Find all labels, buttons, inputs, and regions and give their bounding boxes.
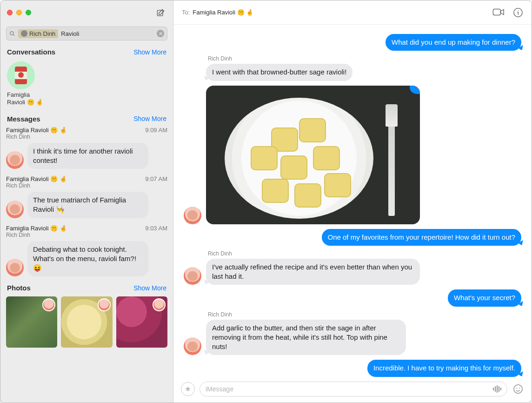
photos-row <box>0 294 173 354</box>
apps-button[interactable] <box>181 382 195 396</box>
titlebar <box>0 0 173 25</box>
message-bubble[interactable]: Incredible. I have to try making this fo… <box>367 360 521 376</box>
avatar <box>6 201 24 218</box>
can-icon <box>15 67 27 84</box>
to-value[interactable]: Famiglia Ravioli 🤫 🤞 <box>193 9 253 16</box>
result-time: 9:09 AM <box>145 127 167 134</box>
audio-message-button[interactable] <box>493 385 501 393</box>
compose-bar: iMessage <box>173 379 532 403</box>
zoom-window-button[interactable] <box>26 10 31 15</box>
svg-point-1 <box>10 31 13 34</box>
sidebar: Rich Dinh Ravioli ✕ Conversations Show M… <box>0 0 173 403</box>
search-token-label: Rich Dinh <box>29 30 55 37</box>
message-bubble[interactable]: What did you end up making for dinner? <box>386 34 521 51</box>
message-result[interactable]: Famiglia Ravioli 🤫 🤞 Rich Dinh 9:03 AM D… <box>0 223 173 282</box>
message-input[interactable]: iMessage <box>200 382 507 396</box>
incoming-message: Rich Dinh I've actually refined the reci… <box>184 250 521 285</box>
search-token[interactable]: Rich Dinh <box>18 29 58 38</box>
conversation-header: To: Famiglia Ravioli 🤫 🤞 <box>173 0 532 25</box>
sender-label: Rich Dinh <box>206 55 232 62</box>
incoming-photo-message: ♥ <box>184 86 521 224</box>
facetime-video-button[interactable] <box>492 7 505 18</box>
result-thread: Famiglia Ravioli 🤫 🤞 <box>6 175 67 182</box>
photos-title: Photos <box>7 284 31 292</box>
message-bubble[interactable]: Add garlic to the butter, and then stir … <box>206 320 406 356</box>
message-result[interactable]: Famiglia Ravioli 🤫 🤞 Rich Dinh 9:09 AM I… <box>0 125 173 174</box>
avatar <box>184 267 201 285</box>
conversations-header: Conversations Show More <box>0 45 173 58</box>
result-text: Debating what to cook tonight. What's on… <box>27 241 148 277</box>
compose-button[interactable] <box>154 7 166 19</box>
photo-attachment[interactable]: ♥ <box>206 86 420 224</box>
result-sender: Rich Dinh <box>6 182 67 189</box>
avatar <box>42 298 55 311</box>
avatar <box>98 298 111 311</box>
messages-window: Rich Dinh Ravioli ✕ Conversations Show M… <box>0 0 532 403</box>
result-sender: Rich Dinh <box>6 232 67 238</box>
conversation-avatar <box>7 61 35 89</box>
avatar <box>6 259 24 276</box>
sender-label: Rich Dinh <box>206 250 232 257</box>
conversation-pane: To: Famiglia Ravioli 🤫 🤞 What did you en… <box>173 0 532 403</box>
close-window-button[interactable] <box>7 10 13 15</box>
message-placeholder: iMessage <box>206 385 488 393</box>
conversation-result[interactable]: Famiglia Ravioli 🤫 🤞 <box>0 58 173 112</box>
message-result[interactable]: Famiglia Ravioli 🤫 🤞 Rich Dinh 9:07 AM T… <box>0 174 173 223</box>
search-field[interactable]: Rich Dinh Ravioli ✕ <box>6 27 167 40</box>
result-time: 9:03 AM <box>145 225 167 232</box>
message-bubble[interactable]: I've actually refined the recipe and it'… <box>206 259 420 285</box>
conversation-name: Famiglia Ravioli 🤫 🤞 <box>7 91 46 107</box>
incoming-message: Rich Dinh I went with that browned-butte… <box>184 55 521 81</box>
heart-icon: ♥ <box>416 86 419 91</box>
search-text: Ravioli <box>61 30 154 37</box>
outgoing-message: What did you end up making for dinner? <box>184 34 521 51</box>
message-bubble[interactable]: One of my favorites from your repertoire… <box>322 229 522 246</box>
messages-title: Messages <box>7 115 40 123</box>
result-time: 9:07 AM <box>145 175 167 182</box>
window-controls <box>7 10 31 15</box>
sender-label: Rich Dinh <box>206 311 232 318</box>
photos-show-more[interactable]: Show More <box>133 284 166 292</box>
result-text: I think it's time for another ravioli co… <box>27 143 148 169</box>
avatar <box>6 151 24 169</box>
photo-thumbnail[interactable] <box>6 296 57 348</box>
svg-point-6 <box>519 388 520 389</box>
result-text: The true matriarch of Famiglia Ravioli 👨… <box>27 192 148 218</box>
svg-rect-2 <box>493 9 500 15</box>
outgoing-message: What's your secret? <box>184 289 521 306</box>
photo-thumbnail[interactable] <box>61 296 112 348</box>
avatar <box>184 337 201 355</box>
to-label: To: <box>182 9 190 16</box>
messages-header: Messages Show More <box>0 112 173 125</box>
result-thread: Famiglia Ravioli 🤫 🤞 <box>6 127 67 134</box>
result-thread: Famiglia Ravioli 🤫 🤞 <box>6 225 67 232</box>
svg-point-5 <box>516 388 517 389</box>
photo-thumbnail[interactable] <box>116 296 167 348</box>
avatar <box>184 207 201 224</box>
message-bubble[interactable]: What's your secret? <box>448 289 521 306</box>
conversations-title: Conversations <box>7 48 55 56</box>
search-icon <box>9 31 15 37</box>
avatar <box>153 298 166 311</box>
details-button[interactable] <box>513 7 523 18</box>
clear-search-button[interactable]: ✕ <box>157 30 164 37</box>
svg-point-4 <box>514 385 522 393</box>
result-sender: Rich Dinh <box>6 134 67 140</box>
person-icon <box>21 30 27 37</box>
messages-show-more[interactable]: Show More <box>133 115 166 122</box>
message-bubble[interactable]: I went with that browned-butter sage rav… <box>206 64 352 81</box>
minimize-window-button[interactable] <box>16 10 22 15</box>
photos-header: Photos Show More <box>0 281 173 294</box>
outgoing-message: Incredible. I have to try making this fo… <box>184 360 521 376</box>
chat-scroll[interactable]: What did you end up making for dinner? R… <box>173 25 532 379</box>
emoji-picker-button[interactable] <box>512 383 524 395</box>
outgoing-message: One of my favorites from your repertoire… <box>184 229 521 246</box>
tapback-love[interactable]: ♥ <box>410 86 420 94</box>
conversations-show-more[interactable]: Show More <box>133 48 166 56</box>
incoming-message: Rich Dinh Add garlic to the butter, and … <box>184 311 521 356</box>
